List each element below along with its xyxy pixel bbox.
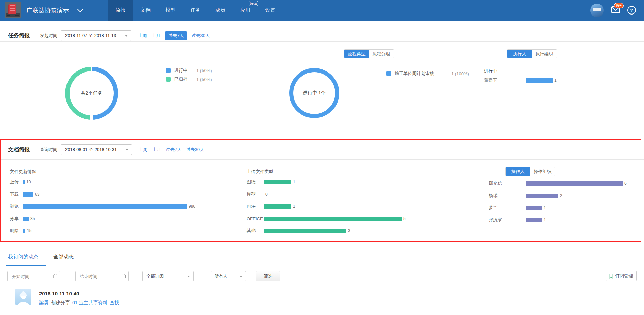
doc-filter-past30[interactable]: 过去30天 — [186, 147, 204, 153]
toggle-label: 执行组织 — [536, 51, 553, 57]
end-time-input[interactable] — [79, 274, 122, 279]
toggle-executor[interactable]: 执行人 — [507, 50, 532, 58]
toggle-operator[interactable]: 操作人 — [506, 167, 530, 176]
operator-toggle-group: 操作人 操作组织 — [505, 167, 555, 176]
worker-icon — [15, 289, 31, 305]
legend-value: 1 (100%) — [451, 71, 469, 76]
chevron-down-icon — [77, 6, 83, 12]
bar-value: 1 — [544, 218, 546, 222]
start-time-input[interactable] — [11, 274, 53, 279]
task-filter-past30[interactable]: 过去30天 — [192, 33, 210, 39]
toggle-process-group[interactable]: 流程分组 — [369, 50, 394, 58]
project-title: 广联达协筑演示... — [26, 6, 74, 15]
toggle-operator-org[interactable]: 操作组织 — [530, 167, 555, 176]
end-time-field[interactable] — [75, 271, 129, 281]
feed-avatar — [15, 289, 31, 305]
feed-target-link[interactable]: 01-业主共享资料 — [72, 300, 107, 306]
active-tab-underline — [6, 265, 46, 266]
filter-button-label: 筛选 — [264, 273, 272, 279]
feed-user-link[interactable]: 梁勇 — [39, 300, 49, 306]
bar-label: 模型 — [247, 191, 264, 197]
caret-down-icon — [126, 149, 128, 151]
activity-tabs: 我订阅的动态 全部动态 — [8, 254, 74, 265]
bar-value: 5 — [403, 216, 406, 221]
feed-find-link[interactable]: 查找 — [110, 300, 119, 306]
nav-tab-label: 设置 — [265, 7, 275, 13]
nav-tab-briefing[interactable]: 简报 — [108, 0, 133, 21]
legend-marker — [166, 77, 171, 82]
people-select[interactable]: 所有人 — [211, 271, 246, 281]
project-switcher[interactable]: 广联达协筑演示... — [26, 0, 82, 21]
doc-date-range-value: 2018-08-01 至 2018-10-31 — [65, 147, 117, 153]
nav-tab-members[interactable]: 成员 — [208, 0, 233, 21]
nav-tab-label: 任务 — [190, 7, 200, 13]
bar-row: 上传 10 — [10, 179, 31, 185]
help-icon[interactable]: ? — [627, 6, 636, 15]
doc-date-range-picker[interactable]: 2018-08-01 至 2018-10-31 — [61, 144, 132, 155]
task-filter-last-week[interactable]: 上周 — [138, 33, 147, 39]
bar-value: 3 — [348, 228, 350, 233]
doc-brief-title: 文档简报 — [8, 146, 30, 153]
subscription-manage-button[interactable]: 订阅管理 — [606, 271, 637, 281]
toggle-label: 操作人 — [511, 169, 525, 175]
start-time-label: 发起时间 — [40, 33, 57, 39]
task-filter-past7-active[interactable]: 过去7天 — [165, 31, 187, 40]
app-page: 广联达协筑演示... 简报 文档 模型 任务 成员 应用 beta 设置 99+ — [0, 0, 644, 315]
bar-label: 上传 — [10, 179, 23, 185]
tab-label: 全部动态 — [53, 254, 74, 259]
bar-value: 35 — [30, 216, 35, 221]
tab-my-subscribed-feed[interactable]: 我订阅的动态 — [8, 254, 38, 265]
legend-label: 施工单位周计划审核 — [395, 70, 451, 77]
divider — [471, 165, 471, 232]
bar-value: 0 — [265, 192, 268, 197]
doc-filter-last-month[interactable]: 上月 — [152, 147, 161, 153]
tab-all-feed[interactable]: 全部动态 — [53, 254, 74, 265]
notifications-button[interactable]: 99+ — [611, 6, 620, 15]
people-select-value: 所有人 — [214, 273, 227, 279]
nav-tab-label: 模型 — [165, 7, 176, 13]
nav-tab-settings[interactable]: 设置 — [258, 0, 283, 21]
divider — [0, 159, 644, 160]
filter-button[interactable]: 筛选 — [256, 271, 280, 281]
doc-brief-header: 文档简报 查询时间 2018-08-01 至 2018-10-31 上周 上月 … — [8, 144, 209, 155]
nav-tab-apps[interactable]: 应用 beta — [233, 0, 258, 21]
toggle-process-type[interactable]: 流程类型 — [344, 50, 369, 58]
user-avatar[interactable] — [590, 4, 604, 17]
executor-toggle-group: 执行人 执行组织 — [507, 49, 557, 58]
legend-value: 1 (50%) — [196, 77, 212, 82]
bar — [23, 204, 187, 209]
bar-label: 图纸 — [247, 179, 264, 185]
bar-label: 梦兰 — [489, 205, 526, 211]
legend-marker — [386, 71, 391, 76]
header-bar: 广联达协筑演示... 简报 文档 模型 任务 成员 应用 beta 设置 99+ — [0, 0, 644, 21]
bar-row: 分享 35 — [10, 216, 35, 221]
bar-value: 986 — [189, 204, 195, 209]
legend-item: 已归档 1 (50%) — [166, 77, 212, 82]
task-brief-header: 任务简报 发起时间 2018-11-07 至 2018-11-13 上周 上月 … — [8, 30, 214, 41]
feed-entry: 梁勇 创建分享 01-业主共享资料 查找 — [39, 300, 119, 306]
caret-down-icon — [187, 276, 190, 277]
start-time-field[interactable] — [7, 271, 60, 281]
bar-row: OFFICE 5 — [247, 216, 406, 221]
bar-row: 其他 3 — [247, 228, 350, 233]
doc-filter-past7[interactable]: 过去7天 — [166, 147, 181, 153]
divider — [0, 41, 644, 42]
project-logo[interactable] — [5, 2, 21, 18]
header-right: 99+ ? — [590, 0, 636, 21]
nav-tab-label: 简报 — [115, 7, 126, 13]
task-filter-last-month[interactable]: 上月 — [152, 33, 160, 39]
bar-row: 图纸 1 — [247, 179, 295, 185]
bar — [526, 78, 553, 83]
nav-tab-documents[interactable]: 文档 — [133, 0, 158, 21]
bar-label: 分享 — [10, 216, 23, 222]
bookmark-icon — [609, 274, 613, 279]
manage-button-label: 订阅管理 — [615, 273, 633, 279]
doc-filter-last-week[interactable]: 上周 — [139, 147, 147, 153]
toggle-executor-org[interactable]: 执行组织 — [532, 50, 557, 58]
task-date-range-picker[interactable]: 2018-11-07 至 2018-11-13 — [61, 30, 131, 41]
nav-tab-tasks[interactable]: 任务 — [183, 0, 208, 21]
bar — [23, 180, 25, 184]
nav-tab-models[interactable]: 模型 — [158, 0, 183, 21]
subscription-select[interactable]: 全部订阅 — [142, 271, 194, 281]
caret-down-icon — [125, 35, 128, 37]
